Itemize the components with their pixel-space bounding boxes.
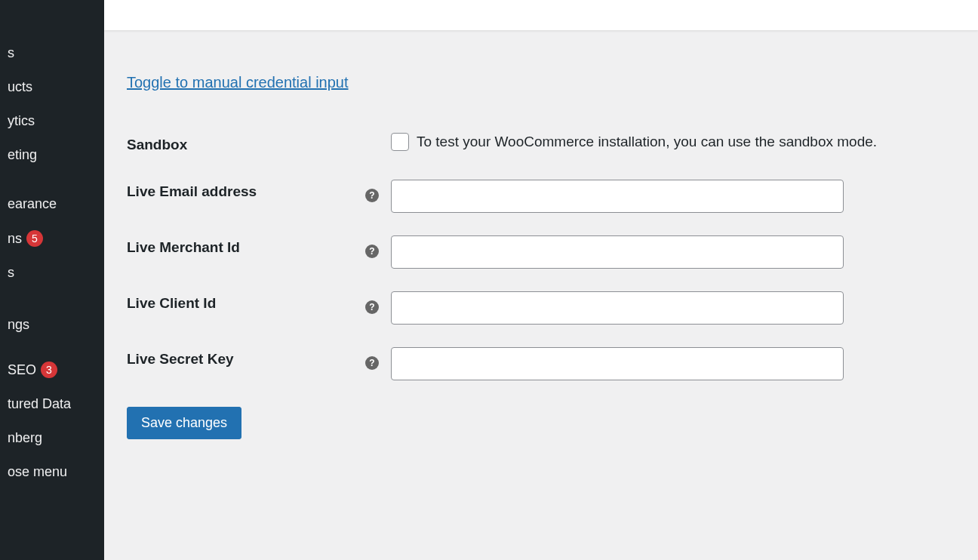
help-icon[interactable]: ? — [365, 189, 379, 202]
sidebar-item[interactable]: ngs — [0, 308, 104, 342]
sidebar-item-plugins[interactable]: ns 5 — [0, 221, 104, 256]
sidebar-item[interactable]: eting — [0, 138, 104, 172]
update-badge: 5 — [26, 230, 43, 247]
admin-sidebar: s ucts ytics eting earance ns 5 s ngs SE… — [0, 0, 104, 560]
sidebar-item-label: ucts — [8, 79, 32, 95]
live-email-input[interactable] — [391, 180, 844, 213]
save-changes-button[interactable]: Save changes — [127, 407, 241, 439]
sidebar-item-seo[interactable]: SEO 3 — [0, 352, 104, 387]
sidebar-item[interactable]: s — [0, 256, 104, 290]
sidebar-item-label: ytics — [8, 113, 35, 129]
live-client-id-label: Live Client Id — [127, 280, 365, 336]
sidebar-item-label: ngs — [8, 317, 29, 333]
main-content: Toggle to manual credential input Sandbo… — [104, 0, 978, 560]
live-email-label: Live Email address — [127, 168, 365, 224]
sidebar-item-label: earance — [8, 196, 57, 212]
sandbox-description: To test your WooCommerce installation, y… — [417, 134, 877, 150]
help-icon[interactable]: ? — [365, 245, 379, 258]
toggle-credentials-link[interactable]: Toggle to manual credential input — [127, 74, 349, 91]
sidebar-item-label: tured Data — [8, 396, 71, 412]
sidebar-item-label: s — [8, 265, 14, 281]
sidebar-item[interactable]: ucts — [0, 70, 104, 104]
sidebar-collapse-menu[interactable]: ose menu — [0, 455, 104, 489]
sidebar-item[interactable]: tured Data — [0, 387, 104, 421]
sandbox-label: Sandbox — [127, 122, 365, 168]
update-badge: 3 — [41, 362, 57, 378]
sidebar-item-label: ose menu — [8, 464, 67, 480]
help-icon[interactable]: ? — [365, 356, 379, 370]
sidebar-item-label: eting — [8, 147, 37, 163]
live-merchant-id-label: Live Merchant Id — [127, 224, 365, 280]
sidebar-item[interactable]: ytics — [0, 104, 104, 138]
sidebar-item-label: s — [8, 45, 14, 61]
sidebar-item[interactable]: earance — [0, 187, 104, 221]
header-bar — [104, 0, 978, 30]
sidebar-item-label: nberg — [8, 430, 42, 446]
live-merchant-id-input[interactable] — [391, 235, 844, 269]
sandbox-checkbox[interactable] — [391, 133, 409, 151]
sidebar-item[interactable]: nberg — [0, 421, 104, 455]
help-icon[interactable]: ? — [365, 300, 379, 314]
sidebar-item[interactable]: s — [0, 36, 104, 70]
live-secret-key-input[interactable] — [391, 347, 844, 380]
sidebar-item-label: SEO — [8, 362, 36, 378]
live-secret-key-label: Live Secret Key — [127, 336, 365, 392]
sidebar-item-label: ns — [8, 231, 22, 247]
sidebar-item[interactable] — [0, 290, 104, 308]
live-client-id-input[interactable] — [391, 291, 844, 325]
